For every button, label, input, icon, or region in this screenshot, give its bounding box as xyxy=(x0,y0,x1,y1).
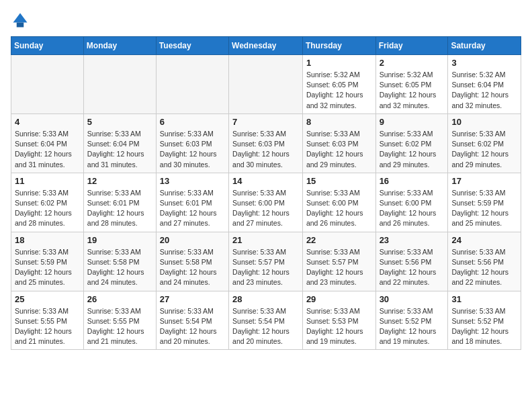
calendar-cell xyxy=(83,55,156,114)
calendar-cell: 10Sunrise: 5:33 AMSunset: 6:02 PMDayligh… xyxy=(448,113,521,173)
calendar-cell: 2Sunrise: 5:32 AMSunset: 6:05 PMDaylight… xyxy=(375,55,448,114)
calendar-cell: 30Sunrise: 5:33 AMSunset: 5:52 PMDayligh… xyxy=(375,291,448,350)
day-number: 20 xyxy=(160,235,225,245)
calendar-cell xyxy=(11,55,84,114)
day-number: 16 xyxy=(380,176,445,186)
calendar-cell: 4Sunrise: 5:33 AMSunset: 6:04 PMDaylight… xyxy=(11,113,84,173)
calendar-cell: 15Sunrise: 5:33 AMSunset: 6:00 PMDayligh… xyxy=(302,173,375,232)
day-info: Sunrise: 5:33 AMSunset: 6:03 PMDaylight:… xyxy=(160,129,225,170)
day-info: Sunrise: 5:33 AMSunset: 6:01 PMDaylight:… xyxy=(160,188,225,229)
day-info: Sunrise: 5:33 AMSunset: 5:57 PMDaylight:… xyxy=(232,247,299,288)
calendar-cell: 28Sunrise: 5:33 AMSunset: 5:54 PMDayligh… xyxy=(229,291,303,350)
day-number: 11 xyxy=(15,176,80,186)
day-info: Sunrise: 5:33 AMSunset: 6:02 PMDaylight:… xyxy=(451,129,517,170)
day-info: Sunrise: 5:33 AMSunset: 5:56 PMDaylight:… xyxy=(380,247,445,288)
column-header-saturday: Saturday xyxy=(448,37,521,55)
day-number: 25 xyxy=(15,294,80,304)
calendar-cell: 24Sunrise: 5:33 AMSunset: 5:56 PMDayligh… xyxy=(448,232,521,291)
day-number: 27 xyxy=(160,294,225,304)
calendar-week-3: 11Sunrise: 5:33 AMSunset: 6:02 PMDayligh… xyxy=(11,173,521,232)
day-number: 8 xyxy=(306,117,372,127)
column-header-sunday: Sunday xyxy=(11,37,84,55)
calendar-week-5: 25Sunrise: 5:33 AMSunset: 5:55 PMDayligh… xyxy=(11,291,521,350)
day-number: 15 xyxy=(306,176,372,186)
day-number: 24 xyxy=(451,235,517,245)
page-header xyxy=(11,11,521,30)
calendar-cell: 23Sunrise: 5:33 AMSunset: 5:56 PMDayligh… xyxy=(375,232,448,291)
day-info: Sunrise: 5:33 AMSunset: 5:57 PMDaylight:… xyxy=(306,247,372,288)
calendar-week-1: 1Sunrise: 5:32 AMSunset: 6:05 PMDaylight… xyxy=(11,55,521,114)
day-info: Sunrise: 5:33 AMSunset: 5:53 PMDaylight:… xyxy=(306,306,372,347)
day-number: 1 xyxy=(306,58,372,68)
day-info: Sunrise: 5:33 AMSunset: 6:00 PMDaylight:… xyxy=(232,188,299,229)
calendar-cell: 20Sunrise: 5:33 AMSunset: 5:58 PMDayligh… xyxy=(156,232,228,291)
calendar-cell: 6Sunrise: 5:33 AMSunset: 6:03 PMDaylight… xyxy=(156,113,228,173)
calendar-cell: 13Sunrise: 5:33 AMSunset: 6:01 PMDayligh… xyxy=(156,173,228,232)
day-number: 21 xyxy=(232,235,299,245)
column-header-wednesday: Wednesday xyxy=(229,37,303,55)
day-number: 2 xyxy=(380,58,445,68)
calendar-cell: 11Sunrise: 5:33 AMSunset: 6:02 PMDayligh… xyxy=(11,173,84,232)
day-number: 28 xyxy=(232,294,299,304)
day-number: 22 xyxy=(306,235,372,245)
day-info: Sunrise: 5:33 AMSunset: 5:52 PMDaylight:… xyxy=(451,306,517,347)
day-info: Sunrise: 5:33 AMSunset: 6:02 PMDaylight:… xyxy=(380,129,445,170)
day-number: 31 xyxy=(451,294,517,304)
day-number: 6 xyxy=(160,117,225,127)
day-info: Sunrise: 5:32 AMSunset: 6:05 PMDaylight:… xyxy=(306,70,372,111)
day-number: 12 xyxy=(87,176,152,186)
day-number: 17 xyxy=(451,176,517,186)
day-number: 14 xyxy=(232,176,299,186)
calendar-cell: 29Sunrise: 5:33 AMSunset: 5:53 PMDayligh… xyxy=(302,291,375,350)
day-number: 3 xyxy=(451,58,517,68)
day-number: 5 xyxy=(87,117,152,127)
logo xyxy=(11,11,32,30)
calendar-week-4: 18Sunrise: 5:33 AMSunset: 5:59 PMDayligh… xyxy=(11,232,521,291)
day-info: Sunrise: 5:33 AMSunset: 5:52 PMDaylight:… xyxy=(380,306,445,347)
day-info: Sunrise: 5:33 AMSunset: 6:01 PMDaylight:… xyxy=(87,188,152,229)
day-info: Sunrise: 5:33 AMSunset: 6:04 PMDaylight:… xyxy=(87,129,152,170)
calendar-cell: 12Sunrise: 5:33 AMSunset: 6:01 PMDayligh… xyxy=(83,173,156,232)
calendar-cell: 19Sunrise: 5:33 AMSunset: 5:58 PMDayligh… xyxy=(83,232,156,291)
svg-rect-1 xyxy=(17,23,24,28)
day-number: 4 xyxy=(15,117,80,127)
day-number: 7 xyxy=(232,117,299,127)
day-info: Sunrise: 5:33 AMSunset: 6:04 PMDaylight:… xyxy=(15,129,80,170)
day-info: Sunrise: 5:33 AMSunset: 6:03 PMDaylight:… xyxy=(232,129,299,170)
day-info: Sunrise: 5:32 AMSunset: 6:04 PMDaylight:… xyxy=(451,70,517,111)
day-info: Sunrise: 5:33 AMSunset: 5:55 PMDaylight:… xyxy=(87,306,152,347)
calendar-cell: 25Sunrise: 5:33 AMSunset: 5:55 PMDayligh… xyxy=(11,291,84,350)
column-header-friday: Friday xyxy=(375,37,448,55)
day-number: 10 xyxy=(451,117,517,127)
calendar-cell: 3Sunrise: 5:32 AMSunset: 6:04 PMDaylight… xyxy=(448,55,521,114)
calendar-cell xyxy=(229,55,303,114)
calendar-cell: 5Sunrise: 5:33 AMSunset: 6:04 PMDaylight… xyxy=(83,113,156,173)
calendar-header-row: SundayMondayTuesdayWednesdayThursdayFrid… xyxy=(11,37,521,55)
calendar-cell: 27Sunrise: 5:33 AMSunset: 5:54 PMDayligh… xyxy=(156,291,228,350)
column-header-tuesday: Tuesday xyxy=(156,37,228,55)
column-header-thursday: Thursday xyxy=(302,37,375,55)
calendar-cell: 16Sunrise: 5:33 AMSunset: 6:00 PMDayligh… xyxy=(375,173,448,232)
day-info: Sunrise: 5:32 AMSunset: 6:05 PMDaylight:… xyxy=(380,70,445,111)
day-info: Sunrise: 5:33 AMSunset: 6:00 PMDaylight:… xyxy=(380,188,445,229)
day-number: 9 xyxy=(380,117,445,127)
calendar-cell: 18Sunrise: 5:33 AMSunset: 5:59 PMDayligh… xyxy=(11,232,84,291)
calendar-cell: 26Sunrise: 5:33 AMSunset: 5:55 PMDayligh… xyxy=(83,291,156,350)
day-number: 18 xyxy=(15,235,80,245)
day-number: 23 xyxy=(380,235,445,245)
calendar-cell: 1Sunrise: 5:32 AMSunset: 6:05 PMDaylight… xyxy=(302,55,375,114)
calendar-cell xyxy=(156,55,228,114)
calendar-cell: 7Sunrise: 5:33 AMSunset: 6:03 PMDaylight… xyxy=(229,113,303,173)
calendar-cell: 9Sunrise: 5:33 AMSunset: 6:02 PMDaylight… xyxy=(375,113,448,173)
column-header-monday: Monday xyxy=(83,37,156,55)
day-info: Sunrise: 5:33 AMSunset: 6:02 PMDaylight:… xyxy=(15,188,80,229)
calendar-cell: 31Sunrise: 5:33 AMSunset: 5:52 PMDayligh… xyxy=(448,291,521,350)
day-number: 13 xyxy=(160,176,225,186)
day-info: Sunrise: 5:33 AMSunset: 5:54 PMDaylight:… xyxy=(160,306,225,347)
day-info: Sunrise: 5:33 AMSunset: 6:00 PMDaylight:… xyxy=(306,188,372,229)
day-info: Sunrise: 5:33 AMSunset: 5:59 PMDaylight:… xyxy=(15,247,80,288)
calendar-cell: 17Sunrise: 5:33 AMSunset: 5:59 PMDayligh… xyxy=(448,173,521,232)
calendar-week-2: 4Sunrise: 5:33 AMSunset: 6:04 PMDaylight… xyxy=(11,113,521,173)
day-number: 19 xyxy=(87,235,152,245)
calendar-cell: 22Sunrise: 5:33 AMSunset: 5:57 PMDayligh… xyxy=(302,232,375,291)
